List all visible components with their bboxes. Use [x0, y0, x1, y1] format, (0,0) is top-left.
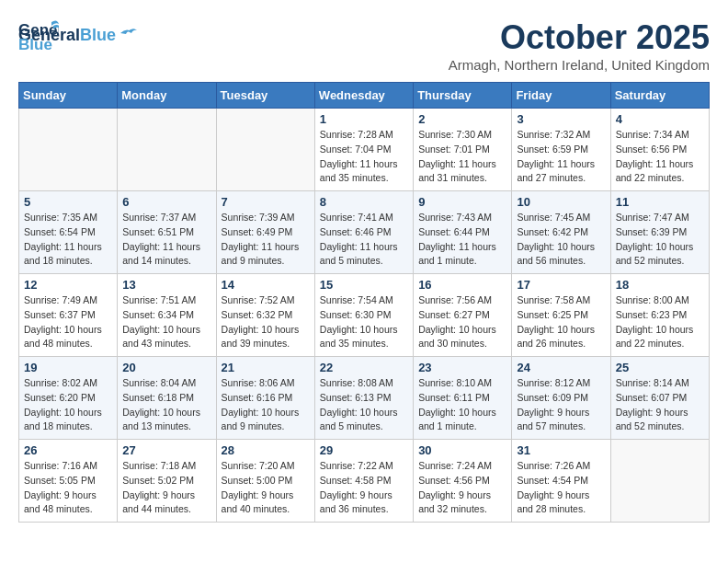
day-info: Sunrise: 7:18 AM Sunset: 5:02 PM Dayligh…: [122, 459, 210, 517]
calendar-cell: 27Sunrise: 7:18 AM Sunset: 5:02 PM Dayli…: [118, 440, 216, 523]
week-row-1: 1Sunrise: 7:28 AM Sunset: 7:04 PM Daylig…: [19, 109, 710, 191]
day-info: Sunrise: 7:45 AM Sunset: 6:42 PM Dayligh…: [517, 211, 605, 269]
day-info: Sunrise: 7:51 AM Sunset: 6:34 PM Dayligh…: [122, 293, 210, 351]
day-number: 2: [418, 112, 506, 126]
col-header-friday: Friday: [512, 83, 610, 109]
day-info: Sunrise: 7:20 AM Sunset: 5:00 PM Dayligh…: [222, 459, 310, 517]
header-row: SundayMondayTuesdayWednesdayThursdayFrid…: [19, 83, 710, 109]
week-row-2: 5Sunrise: 7:35 AM Sunset: 6:54 PM Daylig…: [19, 191, 710, 274]
calendar-cell: 12Sunrise: 7:49 AM Sunset: 6:37 PM Dayli…: [19, 274, 118, 357]
day-number: 25: [616, 361, 704, 374]
col-header-monday: Monday: [118, 83, 216, 109]
day-number: 10: [517, 195, 605, 209]
day-info: Sunrise: 7:37 AM Sunset: 6:51 PM Dayligh…: [122, 211, 210, 269]
calendar-cell: 6Sunrise: 7:37 AM Sunset: 6:51 PM Daylig…: [118, 191, 216, 274]
calendar-cell: [610, 440, 709, 523]
day-info: Sunrise: 7:16 AM Sunset: 5:05 PM Dayligh…: [24, 459, 112, 517]
day-info: Sunrise: 7:52 AM Sunset: 6:32 PM Dayligh…: [222, 293, 310, 351]
calendar-cell: 18Sunrise: 8:00 AM Sunset: 6:23 PM Dayli…: [610, 274, 709, 357]
day-number: 5: [24, 195, 112, 209]
day-info: Sunrise: 8:06 AM Sunset: 6:16 PM Dayligh…: [222, 376, 310, 434]
header: General Blue General Blue October 2025 A…: [18, 18, 710, 73]
logo: General Blue General Blue: [18, 18, 139, 45]
calendar-cell: 5Sunrise: 7:35 AM Sunset: 6:54 PM Daylig…: [19, 191, 118, 274]
day-number: 9: [418, 195, 506, 209]
day-info: Sunrise: 7:35 AM Sunset: 6:54 PM Dayligh…: [24, 211, 112, 269]
calendar-cell: 11Sunrise: 7:47 AM Sunset: 6:39 PM Dayli…: [610, 191, 709, 274]
day-number: 18: [616, 278, 704, 292]
day-info: Sunrise: 8:10 AM Sunset: 6:11 PM Dayligh…: [418, 376, 506, 434]
day-number: 23: [418, 361, 506, 374]
calendar-cell: 15Sunrise: 7:54 AM Sunset: 6:30 PM Dayli…: [314, 274, 413, 357]
calendar-cell: 2Sunrise: 7:30 AM Sunset: 7:01 PM Daylig…: [414, 109, 512, 191]
calendar-cell: 17Sunrise: 7:58 AM Sunset: 6:25 PM Dayli…: [512, 274, 610, 357]
day-info: Sunrise: 7:26 AM Sunset: 4:54 PM Dayligh…: [517, 459, 605, 517]
day-number: 15: [320, 278, 408, 292]
col-header-thursday: Thursday: [414, 83, 512, 109]
day-number: 1: [320, 112, 408, 126]
calendar-cell: 8Sunrise: 7:41 AM Sunset: 6:46 PM Daylig…: [314, 191, 413, 274]
day-number: 14: [222, 278, 310, 292]
calendar-cell: 31Sunrise: 7:26 AM Sunset: 4:54 PM Dayli…: [512, 440, 610, 523]
day-info: Sunrise: 8:12 AM Sunset: 6:09 PM Dayligh…: [517, 376, 605, 434]
calendar-cell: 20Sunrise: 8:04 AM Sunset: 6:18 PM Dayli…: [118, 357, 216, 440]
calendar-cell: 14Sunrise: 7:52 AM Sunset: 6:32 PM Dayli…: [216, 274, 314, 357]
day-info: Sunrise: 7:32 AM Sunset: 6:59 PM Dayligh…: [517, 128, 605, 186]
day-number: 12: [24, 278, 112, 292]
calendar-cell: 24Sunrise: 8:12 AM Sunset: 6:09 PM Dayli…: [512, 357, 610, 440]
calendar-cell: 25Sunrise: 8:14 AM Sunset: 6:07 PM Dayli…: [610, 357, 709, 440]
calendar-cell: 16Sunrise: 7:56 AM Sunset: 6:27 PM Dayli…: [414, 274, 512, 357]
day-info: Sunrise: 7:30 AM Sunset: 7:01 PM Dayligh…: [418, 128, 506, 186]
calendar-cell: [216, 109, 314, 191]
col-header-saturday: Saturday: [610, 83, 709, 109]
week-row-5: 26Sunrise: 7:16 AM Sunset: 5:05 PM Dayli…: [19, 440, 710, 523]
day-number: 24: [517, 361, 605, 374]
col-header-wednesday: Wednesday: [314, 83, 413, 109]
calendar-cell: 1Sunrise: 7:28 AM Sunset: 7:04 PM Daylig…: [314, 109, 413, 191]
day-info: Sunrise: 7:39 AM Sunset: 6:49 PM Dayligh…: [222, 211, 310, 269]
day-info: Sunrise: 7:49 AM Sunset: 6:37 PM Dayligh…: [24, 293, 112, 351]
day-number: 29: [320, 443, 408, 457]
calendar-cell: 28Sunrise: 7:20 AM Sunset: 5:00 PM Dayli…: [216, 440, 314, 523]
day-info: Sunrise: 7:47 AM Sunset: 6:39 PM Dayligh…: [616, 211, 704, 269]
day-number: 7: [222, 195, 310, 209]
day-number: 4: [616, 112, 704, 126]
calendar-cell: 4Sunrise: 7:34 AM Sunset: 6:56 PM Daylig…: [610, 109, 709, 191]
col-header-sunday: Sunday: [19, 83, 118, 109]
month-title: October 2025: [449, 18, 710, 57]
day-number: 8: [320, 195, 408, 209]
calendar-cell: 13Sunrise: 7:51 AM Sunset: 6:34 PM Dayli…: [118, 274, 216, 357]
day-info: Sunrise: 7:56 AM Sunset: 6:27 PM Dayligh…: [418, 293, 506, 351]
day-info: Sunrise: 8:14 AM Sunset: 6:07 PM Dayligh…: [616, 376, 704, 434]
day-info: Sunrise: 8:02 AM Sunset: 6:20 PM Dayligh…: [24, 376, 112, 434]
day-number: 3: [517, 112, 605, 126]
day-number: 16: [418, 278, 506, 292]
day-info: Sunrise: 8:04 AM Sunset: 6:18 PM Dayligh…: [122, 376, 210, 434]
day-info: Sunrise: 7:22 AM Sunset: 4:58 PM Dayligh…: [320, 459, 408, 517]
title-area: October 2025 Armagh, Northern Ireland, U…: [449, 18, 710, 73]
week-row-4: 19Sunrise: 8:02 AM Sunset: 6:20 PM Dayli…: [19, 357, 710, 440]
day-info: Sunrise: 7:24 AM Sunset: 4:56 PM Dayligh…: [418, 459, 506, 517]
day-info: Sunrise: 8:00 AM Sunset: 6:23 PM Dayligh…: [616, 293, 704, 351]
col-header-tuesday: Tuesday: [216, 83, 314, 109]
calendar-table: SundayMondayTuesdayWednesdayThursdayFrid…: [18, 82, 710, 523]
day-info: Sunrise: 7:43 AM Sunset: 6:44 PM Dayligh…: [418, 211, 506, 269]
day-number: 31: [517, 443, 605, 457]
calendar-cell: [19, 109, 118, 191]
day-number: 22: [320, 361, 408, 374]
subtitle: Armagh, Northern Ireland, United Kingdom: [449, 57, 710, 73]
day-info: Sunrise: 8:08 AM Sunset: 6:13 PM Dayligh…: [320, 376, 408, 434]
week-row-3: 12Sunrise: 7:49 AM Sunset: 6:37 PM Dayli…: [19, 274, 710, 357]
day-number: 27: [122, 443, 210, 457]
logo-icon: General Blue: [18, 18, 59, 53]
day-number: 6: [122, 195, 210, 209]
day-number: 30: [418, 443, 506, 457]
day-info: Sunrise: 7:41 AM Sunset: 6:46 PM Dayligh…: [320, 211, 408, 269]
day-number: 20: [122, 361, 210, 374]
calendar-cell: 26Sunrise: 7:16 AM Sunset: 5:05 PM Dayli…: [19, 440, 118, 523]
day-number: 19: [24, 361, 112, 374]
logo-blue: Blue: [80, 26, 116, 45]
calendar-cell: 3Sunrise: 7:32 AM Sunset: 6:59 PM Daylig…: [512, 109, 610, 191]
calendar-cell: 19Sunrise: 8:02 AM Sunset: 6:20 PM Dayli…: [19, 357, 118, 440]
bird-icon: [119, 26, 139, 40]
